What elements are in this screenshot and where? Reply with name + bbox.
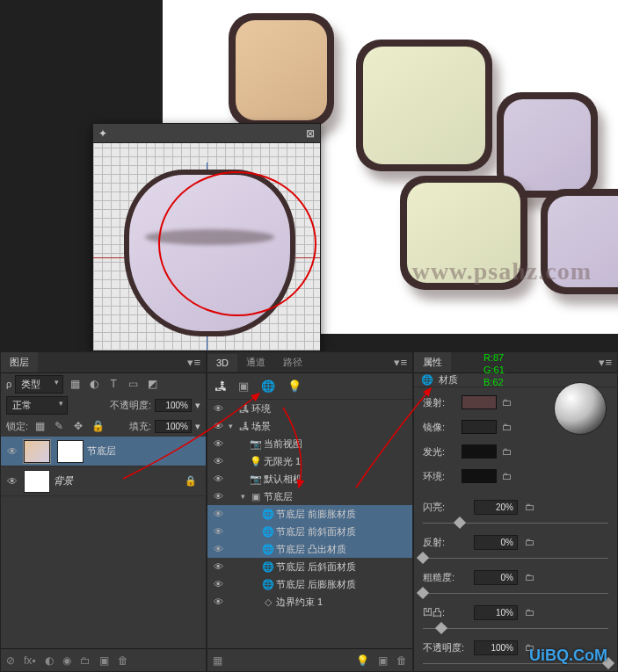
slider-track[interactable]: [423, 517, 608, 528]
slider-value[interactable]: 20%: [474, 500, 518, 515]
texture-picker-icon[interactable]: 🗀: [525, 572, 537, 582]
new-light-icon[interactable]: 💡: [356, 654, 369, 667]
layer-mask-thumb[interactable]: [57, 440, 84, 463]
panel-menu-icon[interactable]: ▾≡: [182, 356, 206, 369]
panel-menu-icon[interactable]: ▾≡: [389, 356, 412, 369]
trash-icon[interactable]: 🗑: [396, 654, 407, 667]
color-swatch[interactable]: [462, 420, 497, 434]
filter-light-icon[interactable]: 💡: [287, 379, 302, 393]
layer-item[interactable]: 👁 节底层: [1, 437, 206, 466]
tab-properties[interactable]: 属性: [414, 352, 451, 372]
visibility-icon[interactable]: 👁: [211, 403, 225, 414]
new-icon[interactable]: ▣: [378, 654, 388, 667]
filter-shape-icon[interactable]: ▭: [125, 376, 141, 392]
twisty-icon[interactable]: ▾: [225, 422, 236, 430]
color-swatch[interactable]: [462, 444, 497, 459]
3d-char-1[interactable]: [229, 13, 334, 127]
3d-preview-close[interactable]: ⊠: [306, 127, 315, 140]
filter-adjust-icon[interactable]: ◐: [86, 376, 102, 392]
tree-item[interactable]: 👁🌐节底层 前斜面材质: [207, 523, 412, 540]
fx-icon[interactable]: fx▪: [24, 654, 36, 667]
slider-value[interactable]: 100%: [474, 640, 518, 655]
tab-paths[interactable]: 路径: [274, 352, 311, 372]
material-preview-sphere[interactable]: [554, 382, 607, 435]
slider-value[interactable]: 0%: [474, 535, 518, 550]
color-swatch[interactable]: [462, 469, 497, 483]
visibility-icon[interactable]: 👁: [211, 579, 225, 589]
visibility-icon[interactable]: 👁: [211, 456, 225, 466]
new-layer-icon[interactable]: ▣: [99, 654, 109, 667]
chevron-down-icon[interactable]: ▾: [195, 400, 200, 411]
color-swatch[interactable]: [462, 395, 497, 409]
visibility-icon[interactable]: 👁: [211, 509, 225, 519]
3d-preview-grid[interactable]: [93, 143, 320, 350]
tree-item[interactable]: 👁📷默认相机: [207, 470, 412, 488]
visibility-icon[interactable]: 👁: [211, 544, 225, 554]
texture-picker-icon[interactable]: 🗀: [525, 607, 537, 618]
slider-thumb[interactable]: [435, 622, 447, 634]
visibility-icon[interactable]: 👁: [211, 561, 225, 572]
tree-item[interactable]: 👁💡无限光 1: [207, 452, 412, 470]
fill-input[interactable]: 100%: [155, 420, 192, 433]
3d-preview-header[interactable]: ✦ ⊠: [93, 124, 320, 143]
visibility-icon[interactable]: 👁: [211, 526, 225, 537]
3d-char-2[interactable]: [356, 40, 492, 171]
visibility-icon[interactable]: 👁: [4, 445, 20, 458]
twisty-icon[interactable]: ▾: [237, 492, 248, 501]
visibility-icon[interactable]: 👁: [211, 473, 225, 484]
tree-item[interactable]: 👁🌐节底层 后斜面材质: [207, 558, 412, 575]
3d-preview-window[interactable]: ✦ ⊠: [92, 123, 321, 351]
texture-picker-icon[interactable]: 🗀: [525, 537, 537, 547]
filter-kind-dropdown[interactable]: 类型: [15, 375, 63, 394]
tree-item[interactable]: 👁▾🏞场景: [207, 417, 412, 435]
texture-picker-icon[interactable]: 🗀: [502, 397, 514, 408]
opacity-input[interactable]: 100%: [155, 399, 192, 412]
texture-picker-icon[interactable]: 🗀: [525, 502, 537, 512]
slider-thumb[interactable]: [454, 517, 466, 529]
filter-pixel-icon[interactable]: ▦: [67, 376, 83, 392]
render-icon[interactable]: ▦: [213, 654, 222, 667]
group-icon[interactable]: 🗀: [80, 654, 91, 667]
adjust-icon[interactable]: ◉: [62, 654, 71, 667]
texture-picker-icon[interactable]: 🗀: [502, 471, 514, 481]
panel-menu-icon[interactable]: ▾≡: [593, 356, 617, 369]
visibility-icon[interactable]: 👁: [211, 491, 225, 502]
texture-picker-icon[interactable]: 🗀: [502, 422, 514, 432]
visibility-icon[interactable]: 👁: [211, 596, 225, 607]
layer-thumb[interactable]: [24, 470, 50, 493]
tree-item[interactable]: 👁🏞环境: [207, 400, 412, 417]
filter-material-icon[interactable]: 🌐: [261, 379, 275, 393]
tree-item[interactable]: 👁🌐节底层 后膨胀材质: [207, 575, 412, 593]
slider-track[interactable]: [423, 588, 608, 598]
lock-paint-icon[interactable]: ✎: [51, 418, 67, 434]
tab-layers[interactable]: 图层: [1, 352, 38, 372]
layer-thumb[interactable]: [24, 440, 50, 463]
layer-item[interactable]: 👁 背景 🔒: [1, 466, 206, 496]
filter-mesh-icon[interactable]: ▣: [238, 379, 249, 393]
lock-move-icon[interactable]: ✥: [70, 418, 86, 434]
slider-thumb[interactable]: [417, 552, 429, 564]
mask-icon[interactable]: ◐: [45, 654, 54, 667]
3d-preview-shape[interactable]: [124, 170, 295, 336]
slider-value[interactable]: 10%: [474, 605, 518, 620]
filter-smart-icon[interactable]: ◩: [144, 376, 160, 392]
filter-type-icon[interactable]: T: [105, 376, 121, 392]
tree-item[interactable]: 👁🌐节底层 凸出材质: [207, 540, 412, 558]
visibility-icon[interactable]: 👁: [211, 421, 225, 431]
trash-icon[interactable]: 🗑: [118, 654, 128, 667]
slider-track[interactable]: [423, 553, 608, 563]
tab-3d[interactable]: 3D: [207, 354, 237, 372]
tree-item[interactable]: 👁▾▣节底层: [207, 488, 412, 505]
slider-value[interactable]: 0%: [474, 570, 518, 585]
visibility-icon[interactable]: 👁: [211, 438, 225, 449]
lock-all-icon[interactable]: 🔒: [90, 418, 105, 434]
slider-track[interactable]: [423, 623, 608, 633]
chevron-down-icon[interactable]: ▾: [195, 421, 200, 432]
lock-trans-icon[interactable]: ▦: [32, 418, 47, 434]
layer-name[interactable]: 背景: [54, 474, 73, 488]
layer-name[interactable]: 节底层: [87, 444, 116, 458]
tree-item[interactable]: 👁🌐节底层 前膨胀材质: [207, 505, 412, 523]
visibility-icon[interactable]: 👁: [4, 475, 20, 488]
texture-picker-icon[interactable]: 🗀: [502, 446, 514, 457]
link-icon[interactable]: ⊘: [6, 654, 15, 667]
